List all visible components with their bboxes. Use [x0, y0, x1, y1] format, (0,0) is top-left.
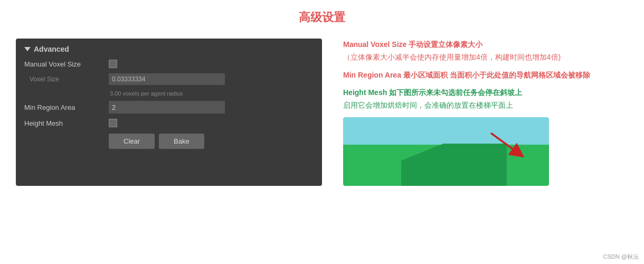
- voxel-hint: 3.00 voxels per agent radius: [109, 90, 314, 97]
- bake-button[interactable]: Bake: [159, 134, 204, 149]
- arrow-icon: [486, 128, 528, 159]
- manual-voxel-size-label: Manual Voxel Size: [24, 60, 109, 68]
- annotation-region: Min Region Area 最小区域面积 当面积小于此处值的导航网格区域会被…: [343, 69, 628, 82]
- voxel-size-label: Voxel Size: [24, 76, 109, 83]
- annotation-height: Height Mesh 如下图所示来未勾选前任务会停在斜坡上 启用它会增加烘焙时…: [343, 87, 628, 112]
- anno-height-line1: Height Mesh 如下图所示来未勾选前任务会停在斜坡上: [343, 87, 628, 99]
- anno-region-line1: Min Region Area 最小区域面积 当面积小于此处值的导航网格区域会被…: [343, 69, 628, 82]
- voxel-size-row: Voxel Size: [24, 73, 314, 85]
- triangle-icon: [24, 47, 31, 51]
- min-region-area-label: Min Region Area: [24, 103, 109, 111]
- footer: CSDN @秋沅: [603, 253, 639, 261]
- min-region-area-input[interactable]: [109, 101, 225, 114]
- height-mesh-image: [343, 117, 549, 186]
- manual-voxel-size-checkbox[interactable]: [109, 60, 117, 68]
- anno-voxel-line1: Manual Voxel Size 手动设置立体像素大小: [343, 39, 628, 51]
- anno-voxel-line2: （立体像素大小减半会使内存使用量增加4倍，构建时间也增加4倍): [343, 51, 628, 64]
- annotation-voxel: Manual Voxel Size 手动设置立体像素大小 （立体像素大小减半会使…: [343, 39, 628, 64]
- anno-height-line2: 启用它会增加烘焙时间，会准确的放置在楼梯平面上: [343, 99, 628, 112]
- section-label: Advanced: [34, 45, 69, 53]
- button-row: Clear Bake: [24, 134, 314, 149]
- annotation-panel: Manual Voxel Size 手动设置立体像素大小 （立体像素大小减半会使…: [338, 39, 628, 186]
- voxel-size-input[interactable]: [109, 73, 225, 85]
- svg-line-1: [491, 133, 518, 153]
- height-mesh-label: Height Mesh: [24, 119, 109, 127]
- clear-button[interactable]: Clear: [109, 134, 155, 149]
- settings-panel: Advanced Manual Voxel Size Voxel Size 3.…: [16, 39, 322, 186]
- manual-voxel-size-row: Manual Voxel Size: [24, 60, 314, 68]
- section-header: Advanced: [24, 45, 314, 53]
- height-mesh-checkbox[interactable]: [109, 119, 117, 127]
- page-title: 高级设置: [0, 0, 644, 31]
- height-mesh-row: Height Mesh: [24, 119, 314, 127]
- min-region-area-row: Min Region Area: [24, 101, 314, 114]
